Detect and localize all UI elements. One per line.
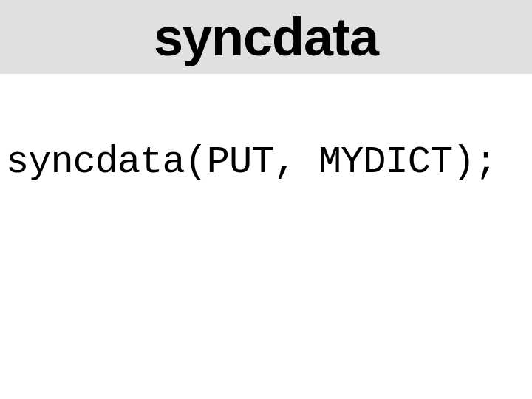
code-example: syncdata(PUT, MYDICT); [0,140,532,184]
slide-body: syncdata(PUT, MYDICT); [0,74,532,184]
slide-title: syncdata [154,7,378,67]
slide-header: syncdata [0,0,532,74]
